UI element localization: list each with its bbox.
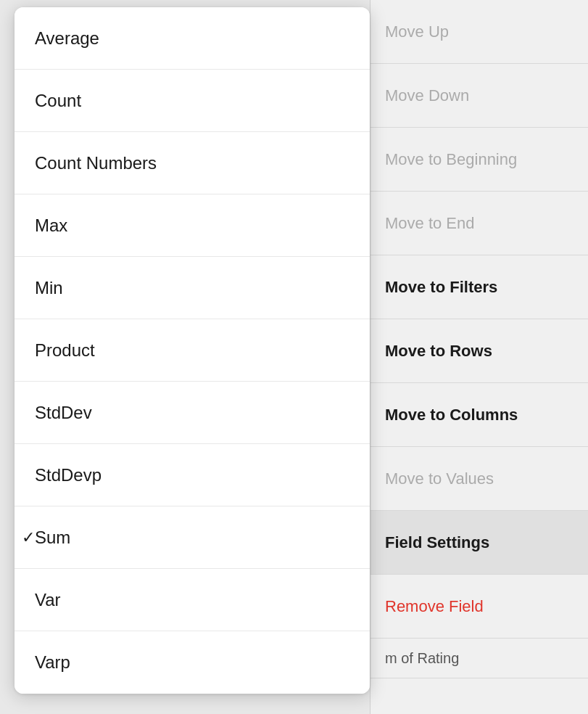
right-context-menu: Move UpMove DownMove to BeginningMove to… [370,0,588,714]
right-menu-item-move-up[interactable]: Move Up [370,0,588,64]
left-menu-label-sum: Sum [35,528,70,548]
left-menu-label-average: Average [35,28,99,49]
left-menu-label-varp: Varp [35,652,70,673]
left-menu-item-count-numbers[interactable]: Count Numbers [15,132,370,194]
left-menu-label-var: Var [35,590,61,610]
right-menu-item-move-to-values[interactable]: Move to Values [370,447,588,511]
left-menu-item-sum[interactable]: ✓Sum [15,506,370,569]
right-menu-item-field-settings[interactable]: Field Settings [370,511,588,575]
left-menu-label-stddev: StdDev [35,403,92,423]
right-menu-label-remove-field: Remove Field [385,597,484,616]
left-menu-label-product: Product [35,340,95,361]
left-dropdown-menu: AverageCountCount NumbersMaxMinProductSt… [15,7,370,694]
right-menu-item-remove-field[interactable]: Remove Field [370,575,588,639]
right-menu-item-move-to-columns[interactable]: Move to Columns [370,383,588,447]
right-menu-label-sum-of-rating: m of Rating [385,650,459,667]
left-menu-item-product[interactable]: Product [15,319,370,382]
right-menu-label-field-settings: Field Settings [385,533,489,552]
left-menu-item-varp[interactable]: Varp [15,631,370,694]
right-menu-item-move-to-filters[interactable]: Move to Filters [370,255,588,319]
left-menu-label-stddevp: StdDevp [35,465,102,485]
left-menu-label-max: Max [35,216,67,236]
left-menu-item-stddevp[interactable]: StdDevp [15,444,370,506]
left-menu-item-count[interactable]: Count [15,70,370,132]
left-menu-item-average[interactable]: Average [15,7,370,70]
right-menu-label-move-to-end: Move to End [385,214,475,233]
left-menu-label-min: Min [35,278,63,298]
left-menu-item-min[interactable]: Min [15,257,370,319]
right-menu-label-move-down: Move Down [385,86,469,105]
right-menu-label-move-to-filters: Move to Filters [385,278,497,297]
right-menu-item-move-to-end[interactable]: Move to End [370,192,588,255]
left-menu-item-stddev[interactable]: StdDev [15,382,370,444]
right-menu-item-move-down[interactable]: Move Down [370,64,588,128]
right-menu-label-move-to-columns: Move to Columns [385,406,518,424]
right-menu-item-move-to-beginning[interactable]: Move to Beginning [370,128,588,192]
right-menu-label-move-to-beginning: Move to Beginning [385,150,517,169]
left-menu-item-max[interactable]: Max [15,194,370,257]
right-menu-item-sum-of-rating[interactable]: m of Rating [370,639,588,678]
left-menu-label-count-numbers: Count Numbers [35,153,157,173]
left-menu-label-count: Count [35,91,81,111]
left-menu-item-var[interactable]: Var [15,569,370,631]
checkmark-sum: ✓ [22,528,35,547]
right-menu-item-move-to-rows[interactable]: Move to Rows [370,319,588,383]
right-menu-label-move-to-rows: Move to Rows [385,342,492,361]
right-menu-label-move-to-values: Move to Values [385,469,494,488]
right-menu-label-move-up: Move Up [385,22,449,41]
